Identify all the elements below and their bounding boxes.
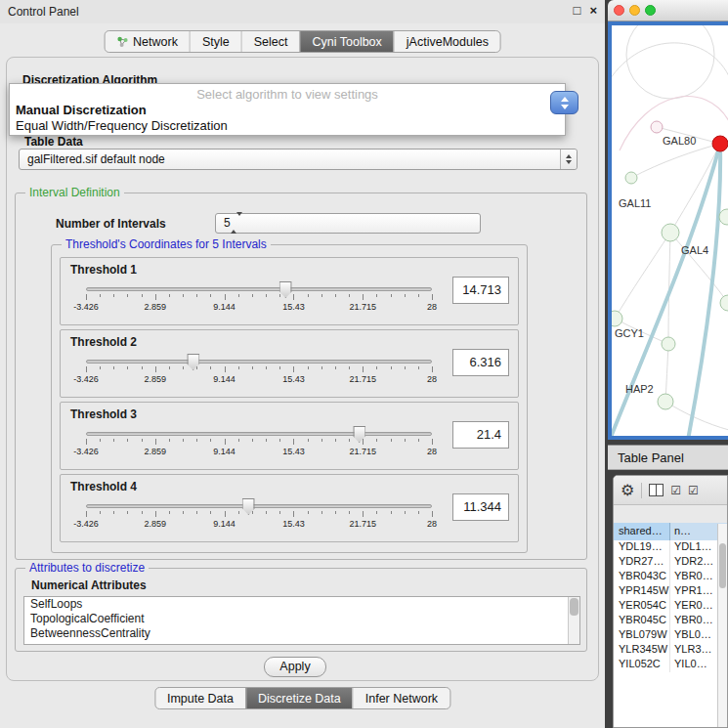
attributes-scrollbar-thumb[interactable] <box>570 598 578 616</box>
list-item-topologicalcoefficient[interactable]: TopologicalCoefficient <box>24 612 579 626</box>
tab-infer-network[interactable]: Infer Network <box>353 688 450 708</box>
network-node-green[interactable] <box>720 295 728 311</box>
table-row[interactable]: YBR043CYBR0… <box>614 570 727 584</box>
tick-mark <box>113 439 114 442</box>
scale-label: 21.715 <box>349 374 376 384</box>
scale-label: 28 <box>427 447 437 456</box>
algorithm-option-equal-width-frequency-discretization[interactable]: Equal Width/Frequency Discretization <box>10 118 565 134</box>
network-node-pink[interactable] <box>651 121 663 133</box>
tab-impute-data[interactable]: Impute Data <box>155 688 245 708</box>
threshold-value-field[interactable]: 21.4 <box>452 421 509 449</box>
threshold-slider[interactable]: -3.4262.8599.14415.4321.71528 <box>86 498 432 532</box>
apply-button[interactable]: Apply <box>264 657 326 677</box>
table-panel-spacer <box>614 505 727 523</box>
table-row[interactable]: YPR145WYPR1… <box>614 584 727 599</box>
tick-mark <box>196 366 197 369</box>
attributes-list[interactable]: SelfLoopsTopologicalCoefficientBetweenne… <box>23 596 580 645</box>
threshold-value-field[interactable]: 6.316 <box>452 349 509 376</box>
combo-spinner-icon <box>560 150 577 169</box>
table-scrollbar-thumb[interactable] <box>719 543 726 588</box>
close-traffic-light-icon[interactable] <box>614 5 624 16</box>
tab-cyni-toolbox[interactable]: Cyni Toolbox <box>299 31 393 52</box>
close-icon[interactable]: × <box>589 3 597 18</box>
column-header[interactable]: shared… <box>614 523 670 540</box>
tick-mark <box>293 366 294 372</box>
network-node-green[interactable] <box>662 337 675 351</box>
table-cell: YBL079W <box>614 628 670 643</box>
tick-mark <box>238 294 239 297</box>
slider-ticks <box>86 439 432 446</box>
table-panel-title: Table Panel <box>618 450 684 465</box>
table-row[interactable]: YDR27…YDR2… <box>614 555 727 570</box>
tick-mark <box>100 366 101 369</box>
tab-select[interactable]: Select <box>241 31 300 52</box>
tick-mark <box>335 366 336 369</box>
network-node-red[interactable] <box>712 136 728 151</box>
tick-mark <box>127 294 128 297</box>
threshold-value-field[interactable]: 11.344 <box>452 493 509 521</box>
slider-ticks <box>86 511 432 518</box>
network-node-label: HAP2 <box>625 383 654 395</box>
table-row[interactable]: YER054CYER0… <box>614 599 727 614</box>
list-item-betweennesscentrality[interactable]: BetweennessCentrality <box>24 626 579 641</box>
tick-mark <box>225 366 226 372</box>
tick-mark <box>293 439 294 445</box>
select-columns-checkbox-icon[interactable]: ☑ <box>670 485 681 496</box>
table-row[interactable]: YDL19…YDL1… <box>614 540 727 555</box>
threshold-slider[interactable]: -3.4262.8599.14415.4321.71528 <box>86 426 432 459</box>
tick-mark <box>86 439 87 445</box>
slider-track[interactable] <box>86 287 432 291</box>
tick-mark <box>349 366 350 369</box>
tick-mark <box>266 366 267 369</box>
threshold-slider[interactable]: -3.4262.8599.14415.4321.71528 <box>86 281 432 315</box>
columns-icon[interactable] <box>649 484 664 496</box>
tick-mark <box>321 294 322 297</box>
table-row[interactable]: YLR345WYLR3… <box>614 643 727 658</box>
threshold-slider[interactable]: -3.4262.8599.14415.4321.71528 <box>86 354 432 387</box>
threshold-value-field[interactable]: 14.713 <box>452 277 509 304</box>
network-node-green[interactable] <box>612 311 622 326</box>
network-node-green[interactable] <box>625 172 637 184</box>
slider-track[interactable] <box>86 504 432 508</box>
table-data-combo[interactable]: galFiltered.sif default node <box>19 149 578 170</box>
tick-mark <box>127 366 128 369</box>
scale-label: 9.144 <box>213 302 236 312</box>
tick-mark <box>100 439 101 442</box>
tick-mark <box>238 439 239 442</box>
list-item-selfloops[interactable]: SelfLoops <box>24 597 579 612</box>
tab-jactivemodules[interactable]: jActiveModules <box>394 31 500 52</box>
table-row[interactable]: YBL079WYBL0… <box>614 628 727 643</box>
tick-mark <box>363 294 364 300</box>
tick-mark <box>252 294 253 297</box>
tab-network[interactable]: Network <box>105 31 190 52</box>
slider-scale-labels: -3.4262.8599.14415.4321.71528 <box>86 519 432 530</box>
tick-mark <box>321 439 322 442</box>
algorithm-combo-button[interactable] <box>550 91 578 114</box>
table-row[interactable]: YBR045CYBR0… <box>614 614 727 628</box>
tab-style[interactable]: Style <box>190 31 241 52</box>
attributes-scrollbar[interactable] <box>568 597 579 644</box>
tick-mark <box>418 511 419 514</box>
table-scrollbar[interactable] <box>717 524 727 727</box>
scale-label: 28 <box>427 302 437 312</box>
threshold-panel: Threshold 4-3.4262.8599.14415.4321.71528… <box>60 474 519 542</box>
tick-mark <box>376 294 377 297</box>
number-of-intervals-combo[interactable]: 5 <box>215 213 481 234</box>
tick-mark <box>279 439 280 442</box>
zoom-traffic-light-icon[interactable] <box>645 5 656 16</box>
algorithm-option-manual-discretization[interactable]: Manual Discretization <box>10 103 565 118</box>
minimize-traffic-light-icon[interactable] <box>629 5 640 16</box>
network-node-green[interactable] <box>662 224 679 241</box>
network-canvas-container[interactable]: GAL80GAL11GAL4GCY1HAP2 <box>612 25 728 436</box>
network-node-label: GAL80 <box>663 135 696 147</box>
table-row[interactable]: YIL052CYIL0… <box>614 658 727 672</box>
float-window-icon[interactable]: □ <box>574 3 581 18</box>
combo-up-arrow-icon <box>561 97 569 102</box>
gear-icon[interactable]: ⚙ <box>621 483 634 498</box>
select-all-checkbox-icon[interactable]: ☑ <box>688 485 699 496</box>
tick-mark <box>432 439 433 445</box>
slider-track[interactable] <box>86 432 432 436</box>
network-node-green[interactable] <box>658 394 673 409</box>
tab-discretize-data[interactable]: Discretize Data <box>245 688 353 708</box>
slider-track[interactable] <box>86 360 432 364</box>
